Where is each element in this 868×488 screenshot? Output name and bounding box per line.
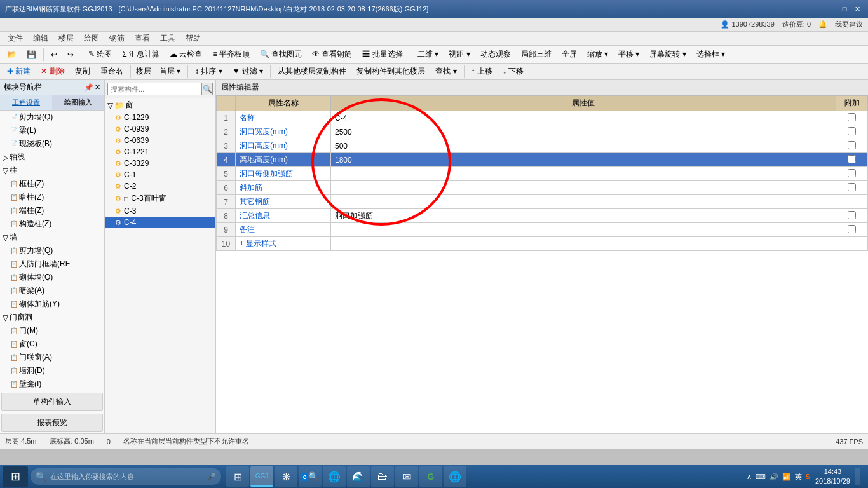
tray-keyboard[interactable]: ⌨ xyxy=(756,473,766,481)
app-web[interactable]: 🌐 xyxy=(444,466,466,487)
copy-btn[interactable]: 复制 xyxy=(71,64,95,79)
tray-antivirus[interactable]: S xyxy=(806,473,810,480)
prop-value-9[interactable] xyxy=(331,223,836,237)
member-c4[interactable]: ⚙C-4 xyxy=(105,217,215,228)
attach-check-4[interactable] xyxy=(848,155,856,163)
app-folder[interactable]: 🗁 xyxy=(371,466,394,487)
tree-wall-hole[interactable]: 📋 墙洞(D) xyxy=(0,364,104,377)
2d-btn[interactable]: 二维 ▾ xyxy=(413,47,443,62)
app-edge[interactable]: 🌊 xyxy=(347,466,370,487)
task-view-btn[interactable]: ⊞ xyxy=(226,466,249,487)
prop-name-5[interactable]: 洞口每侧加强筋 xyxy=(236,167,331,181)
zoom-btn[interactable]: 缩放 ▾ xyxy=(583,47,613,62)
fullscreen-btn[interactable]: 全屏 xyxy=(557,47,581,62)
menu-draw[interactable]: 绘图 xyxy=(79,32,104,45)
tree-civil-wall[interactable]: 📋 人防门框墙(RF xyxy=(0,257,104,271)
attach-check-2[interactable] xyxy=(848,127,856,135)
taskbar-clock[interactable]: 14:43 2018/10/29 xyxy=(815,467,850,487)
app-mail[interactable]: ✉ xyxy=(395,466,418,487)
search-input[interactable] xyxy=(107,83,201,95)
show-desktop-btn[interactable] xyxy=(855,468,860,485)
member-c1[interactable]: ⚙C-1 xyxy=(105,169,215,180)
prop-name-7[interactable]: 其它钢筋 xyxy=(236,195,331,209)
tree-struct-col[interactable]: 📋 构造柱(Z) xyxy=(0,217,104,231)
menu-view[interactable]: 查看 xyxy=(130,32,155,45)
tray-network[interactable]: 📶 xyxy=(782,473,791,481)
single-member-btn[interactable]: 单构件输入 xyxy=(1,393,103,411)
prop-name-10[interactable]: + 显示样式 xyxy=(236,237,331,251)
prop-value-4[interactable]: 1800 xyxy=(331,153,836,167)
tree-hidden-beam[interactable]: 📋 暗梁(A) xyxy=(0,284,104,297)
floor-select[interactable]: 首层 ▾ xyxy=(155,64,185,79)
prop-value-6[interactable] xyxy=(331,181,836,195)
prop-name-3[interactable]: 洞口高度(mm) xyxy=(236,139,331,153)
app-ie[interactable]: 🌐 xyxy=(323,466,346,487)
feedback-btn[interactable]: 我要建议 xyxy=(835,20,863,29)
member-c3329[interactable]: ⚙C-3329 xyxy=(105,158,215,169)
tree-door-window[interactable]: 📋 门联窗(A) xyxy=(0,351,104,364)
view-rebar-btn[interactable]: 👁 查看钢筋 xyxy=(308,47,356,62)
tree-frame-col[interactable]: 📋 框柱(Z) xyxy=(0,177,104,191)
panel-close[interactable]: ✕ xyxy=(95,83,100,92)
prop-name-1[interactable]: 名称 xyxy=(236,111,331,125)
report-view-btn[interactable]: 报表预览 xyxy=(1,414,103,432)
menu-rebar[interactable]: 钢筋 xyxy=(104,32,130,45)
app-flower[interactable]: ❋ xyxy=(275,466,297,487)
select-box-btn[interactable]: 选择框 ▾ xyxy=(692,47,729,62)
open-btn[interactable]: 📂 xyxy=(3,48,21,61)
member-c0639[interactable]: ⚙C-0639 xyxy=(105,135,215,146)
member-c3-blind[interactable]: ⚙ □ C-3百叶窗 xyxy=(105,192,215,205)
nav-settings[interactable]: 工程设置 xyxy=(0,95,52,110)
delete-btn[interactable]: ✕ 删除 xyxy=(36,64,69,79)
batch-select-btn[interactable]: ☰ 批量选择 xyxy=(358,47,407,62)
member-c1221[interactable]: ⚙C-1221 xyxy=(105,146,215,158)
tray-volume[interactable]: 🔊 xyxy=(770,473,778,481)
prop-value-2[interactable]: 2500 xyxy=(331,125,836,139)
member-c2[interactable]: ⚙C-2 xyxy=(105,180,215,192)
tree-door[interactable]: 📋 门(M) xyxy=(0,324,104,337)
menu-edit[interactable]: 编辑 xyxy=(28,32,53,45)
find-elem-btn[interactable]: 🔍 查找图元 xyxy=(255,47,306,62)
menu-floor[interactable]: 楼层 xyxy=(53,32,79,45)
attach-check-8[interactable] xyxy=(848,211,856,219)
tree-wall-group[interactable]: ▽ 墙 xyxy=(0,231,104,244)
calc-btn[interactable]: Σ 汇总计算 xyxy=(118,47,164,62)
prop-name-4[interactable]: 离地高度(mm) xyxy=(236,153,331,167)
draw-btn[interactable]: ✎ 绘图 xyxy=(84,47,116,62)
attach-check-9[interactable] xyxy=(848,225,856,233)
tree-beam[interactable]: 📄 梁(L) xyxy=(0,124,104,137)
tree-shear-wall[interactable]: 📄 剪力墙(Q) xyxy=(0,111,104,124)
member-c1229[interactable]: ⚙C-1229 xyxy=(105,112,215,123)
app-gjj[interactable]: GGJ xyxy=(250,466,273,487)
attach-check-6[interactable] xyxy=(848,183,856,191)
copy-to-floor-btn[interactable]: 复制构件到其他楼层 xyxy=(352,64,430,79)
prop-name-9[interactable]: 备注 xyxy=(236,223,331,237)
attach-check-3[interactable] xyxy=(848,141,856,149)
member-c0939[interactable]: ⚙C-0939 xyxy=(105,123,215,135)
user-account[interactable]: 👤 13907298339 xyxy=(721,20,774,29)
maximize-btn[interactable]: □ xyxy=(839,3,850,15)
dynamic-view-btn[interactable]: 动态观察 xyxy=(476,47,515,62)
tree-doorwin-group[interactable]: ▽ 门窗洞 xyxy=(0,311,104,324)
view-dist-btn[interactable]: 视距 ▾ xyxy=(444,47,474,62)
tree-column-group[interactable]: ▽ 柱 xyxy=(0,164,104,177)
member-c3[interactable]: ⚙C-3 xyxy=(105,205,215,217)
prop-value-3[interactable]: 500 xyxy=(331,139,836,153)
sort-btn[interactable]: ↕ 排序 ▾ xyxy=(191,64,227,79)
start-button[interactable]: ⊞ xyxy=(3,466,28,487)
prop-name-6[interactable]: 斜加筋 xyxy=(236,181,331,195)
cloud-check-btn[interactable]: ☁ 云检查 xyxy=(165,47,207,62)
move-up-btn[interactable]: ↑ 上移 xyxy=(467,64,497,79)
taskbar-search[interactable]: 🔍 在这里输入你要搜索的内容 🎤 xyxy=(31,468,221,485)
tree-block-rebar[interactable]: 📋 砌体加筋(Y) xyxy=(0,297,104,311)
close-btn[interactable]: ✕ xyxy=(851,3,863,15)
minimize-btn[interactable]: — xyxy=(826,3,837,15)
prop-value-8[interactable]: 洞口加强筋 xyxy=(331,209,836,223)
new-btn[interactable]: ✚ 新建 xyxy=(3,64,35,79)
app-search[interactable]: e 🔍 xyxy=(299,466,322,487)
attach-check-1[interactable] xyxy=(848,113,856,121)
rename-btn[interactable]: 重命名 xyxy=(96,64,128,79)
copy-from-floor-btn[interactable]: 从其他楼层复制构件 xyxy=(273,64,351,79)
prop-name-8[interactable]: 汇总信息 xyxy=(236,209,331,223)
search-button[interactable]: 🔍 xyxy=(201,83,213,95)
